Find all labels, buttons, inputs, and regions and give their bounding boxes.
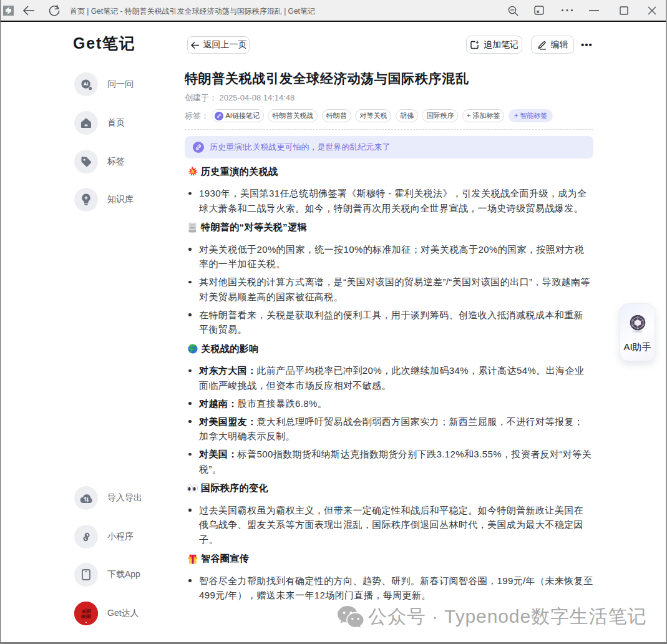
- svg-text:AI: AI: [83, 81, 88, 87]
